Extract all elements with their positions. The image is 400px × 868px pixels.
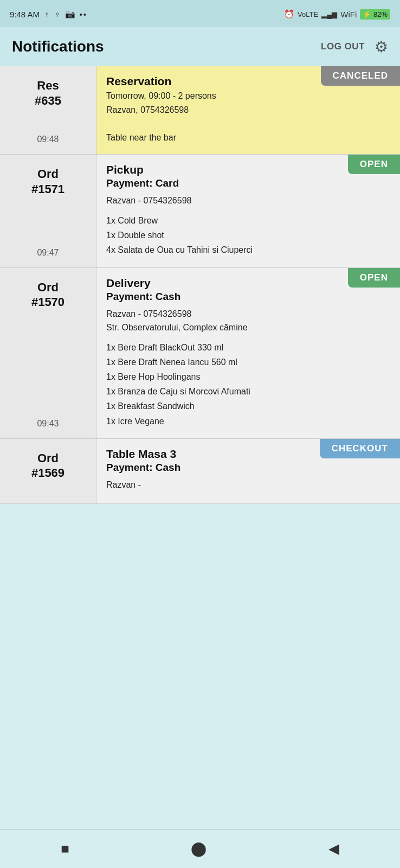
notif-details-ord1571: Razvan - 0754326598 — [106, 194, 391, 208]
person-icon-2: ♀ — [54, 10, 60, 19]
person-icon-1: ♀ — [44, 10, 50, 19]
notif-time-ord1570: 09:43 — [37, 419, 59, 429]
notif-left-ord1570: Ord#1570 09:43 — [0, 268, 96, 438]
notif-id-res635: Res#635 — [35, 78, 61, 108]
cellular-icon: ▂▄▆ — [321, 10, 337, 18]
notification-card-ord1571: Ord#1571 09:47 OPEN Pickup Payment: Card… — [0, 155, 400, 267]
dots-icon: •• — [80, 10, 88, 19]
notif-details-res635: Tomorrow, 09:00 - 2 persons Razvan, 0754… — [106, 89, 391, 144]
notif-right-ord1571: OPEN Pickup Payment: Card Razvan - 07543… — [96, 155, 400, 267]
status-badge-canceled[interactable]: CANCELED — [321, 66, 400, 86]
wifi-icon: WiFi — [340, 10, 357, 19]
notif-id-ord1570: Ord#1570 — [31, 280, 64, 310]
settings-icon[interactable]: ⚙ — [375, 38, 388, 56]
status-bar: 9:48 AM ♀ ♀ 📷 •• ⏰ VoLTE ▂▄▆ WiFi ⚡ 82% — [0, 0, 400, 27]
page-title: Notifications — [12, 38, 104, 55]
nav-back-button[interactable]: ◀ — [328, 840, 339, 857]
status-bar-left: 9:48 AM ♀ ♀ 📷 •• — [10, 9, 87, 19]
header-actions: LOG OUT ⚙ — [321, 38, 388, 56]
notif-time-res635: 09:48 — [37, 135, 59, 144]
notif-items-ord1570: 1x Bere Draft BlackOut 330 ml 1x Bere Dr… — [106, 340, 391, 429]
battery-icon: ⚡ 82% — [360, 9, 390, 20]
notification-card-ord1570: Ord#1570 09:43 OPEN Delivery Payment: Ca… — [0, 268, 400, 439]
notif-id-ord1571: Ord#1571 — [31, 167, 64, 196]
notification-card-ord1569: Ord#1569 CHECKOUT Table Masa 3 Payment: … — [0, 439, 400, 504]
notif-time-ord1571: 09:47 — [37, 248, 59, 258]
notif-payment-ord1571: Payment: Card — [106, 177, 391, 189]
notif-right-ord1570: OPEN Delivery Payment: Cash Razvan - 075… — [96, 268, 400, 438]
notif-right-res635: CANCELED Reservation Tomorrow, 09:00 - 2… — [96, 66, 400, 154]
notif-left-res635: Res#635 09:48 — [0, 66, 96, 154]
notif-right-ord1569: CHECKOUT Table Masa 3 Payment: Cash Razv… — [96, 439, 400, 503]
notif-id-ord1569: Ord#1569 — [31, 451, 64, 481]
nav-home-button[interactable]: ⬤ — [191, 840, 207, 857]
notif-items-ord1571: 1x Cold Brew 1x Double shot 4x Salata de… — [106, 213, 391, 258]
status-bar-right: ⏰ VoLTE ▂▄▆ WiFi ⚡ 82% — [284, 9, 390, 20]
alarm-icon: ⏰ — [284, 9, 294, 19]
signal-icon: VoLTE — [298, 10, 318, 18]
status-badge-open-1570[interactable]: OPEN — [348, 268, 400, 288]
nav-stop-button[interactable]: ■ — [61, 840, 69, 857]
notif-left-ord1569: Ord#1569 — [0, 439, 96, 503]
notif-details-ord1569: Razvan - — [106, 478, 391, 492]
header: Notifications LOG OUT ⚙ — [0, 27, 400, 66]
notif-left-ord1571: Ord#1571 09:47 — [0, 155, 96, 267]
notif-payment-ord1569: Payment: Cash — [106, 462, 391, 474]
status-badge-checkout-1569[interactable]: CHECKOUT — [320, 439, 400, 458]
notif-payment-ord1570: Payment: Cash — [106, 291, 391, 303]
nav-bar: ■ ⬤ ◀ — [0, 829, 400, 868]
logout-button[interactable]: LOG OUT — [321, 41, 365, 52]
notif-details-ord1570: Razvan - 0754326598 Str. Observatorului,… — [106, 307, 391, 335]
notifications-list: Res#635 09:48 CANCELED Reservation Tomor… — [0, 66, 400, 504]
time-display: 9:48 AM — [10, 10, 40, 19]
status-badge-open-1571[interactable]: OPEN — [348, 155, 400, 174]
camera-icon: 📷 — [65, 9, 75, 19]
notification-card-res635: Res#635 09:48 CANCELED Reservation Tomor… — [0, 66, 400, 155]
